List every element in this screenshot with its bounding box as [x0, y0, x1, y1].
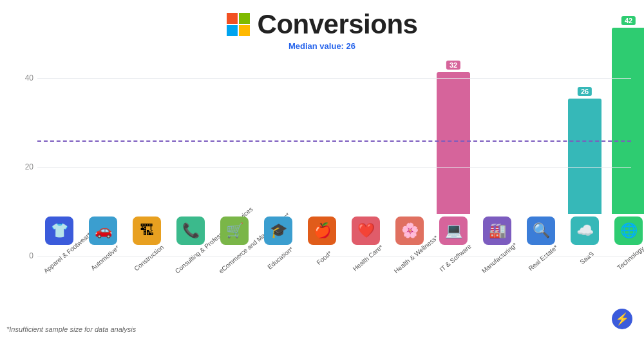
x-axis-label: Automotive*	[86, 240, 124, 275]
category-icon: 🎓	[264, 217, 292, 245]
x-axis-label: Manufacturing*	[480, 240, 518, 275]
bars-container: 👕Apparel & Footwear*🚗Automotive*🏗Constru…	[37, 56, 631, 256]
category-icon: ☁️	[571, 217, 599, 245]
bar-inner: 32	[437, 72, 470, 214]
x-axis-label: eCommerce and Marketplaces*	[217, 240, 256, 275]
bar-group: 🍎Food*	[300, 56, 344, 256]
bar-inner: 42	[612, 28, 644, 214]
bar-group: 👕Apparel & Footwear*	[37, 56, 81, 256]
category-icon: 💻	[439, 217, 468, 245]
category-icon: 📞	[176, 217, 205, 245]
bar-inner: 26	[568, 99, 601, 214]
category-icon: 🌸	[395, 217, 424, 245]
x-axis-label: Technology	[611, 240, 644, 275]
bar-value-label: 32	[446, 61, 460, 70]
category-icon: 👕	[45, 217, 73, 245]
category-icon: 🚗	[89, 217, 117, 245]
x-axis-label: Education*	[261, 240, 299, 275]
bar-group: 42🌐Technology	[607, 56, 644, 256]
category-icon: 🏭	[483, 217, 511, 245]
x-axis-label: Real Estate*	[524, 240, 562, 275]
bar-group: 🚗Automotive*	[81, 56, 125, 256]
page-title: Conversions	[258, 9, 418, 40]
bar-group: 32💻IT & Software	[431, 56, 475, 256]
bar-group: 🔍Real Estate*	[519, 56, 563, 256]
bar-value-label: 42	[621, 16, 636, 25]
bar-group: 🌸Health & Wellness*	[388, 56, 431, 256]
bar-group: 🛒eCommerce and Marketplaces*	[213, 56, 256, 256]
bar-rect: 26	[568, 99, 601, 214]
subtitle: Median value: 26	[289, 41, 355, 51]
y-axis-label: 40	[25, 73, 33, 82]
category-icon: 🌐	[614, 217, 643, 245]
footnote: *Insufficient sample size for data analy…	[6, 325, 136, 333]
y-axis: 40200	[13, 56, 36, 298]
category-icon: 🍎	[308, 217, 336, 245]
x-axis-label: Health Care*	[348, 240, 387, 275]
watermark-icon: ⚡	[612, 309, 632, 329]
bar-group: 26☁️SaaS	[563, 56, 607, 256]
category-icon: 🛒	[220, 217, 249, 245]
chart-container: Conversions Median value: 26 40200 👕Appa…	[0, 0, 644, 337]
x-axis-label: Construction	[129, 240, 168, 275]
x-axis-label: Health & Wellness*	[392, 240, 431, 275]
header: Conversions	[227, 9, 418, 40]
category-icon: 🔍	[527, 217, 555, 245]
x-axis-label: Apparel & Footwear*	[42, 240, 80, 275]
bar-group: ❤️Health Care*	[344, 56, 388, 256]
y-axis-label: 20	[25, 162, 33, 171]
x-axis-label: Consulting & Professional services	[173, 240, 212, 275]
bar-group: 🏭Manufacturing*	[475, 56, 519, 256]
x-axis-label: IT & Software	[436, 240, 475, 275]
category-icon: 🏗	[133, 217, 161, 245]
ms-logo-icon	[227, 13, 250, 36]
category-icon: ❤️	[352, 217, 380, 245]
chart-area: 40200 👕Apparel & Footwear*🚗Automotive*🏗C…	[13, 56, 631, 337]
bar-rect: 42	[612, 28, 644, 214]
bar-group: 📞Consulting & Professional services	[169, 56, 213, 256]
bar-rect: 32	[437, 72, 470, 214]
bar-group: 🎓Education*	[256, 56, 300, 256]
bar-value-label: 26	[578, 87, 592, 96]
bar-group: 🏗Construction	[125, 56, 169, 256]
y-axis-label: 0	[29, 251, 33, 260]
x-axis-label: Food*	[305, 240, 343, 275]
x-axis-label: SaaS	[567, 240, 606, 275]
